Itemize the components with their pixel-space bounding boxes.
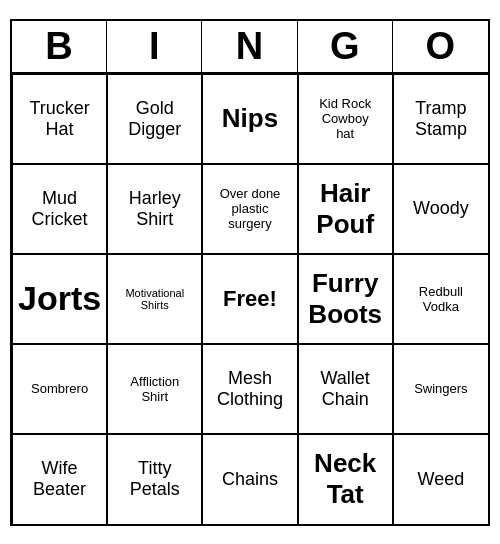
cell-text: Neck Tat	[314, 448, 376, 510]
bingo-card: BINGO Trucker HatGold DiggerNipsKid Rock…	[10, 19, 490, 526]
cell-text: Jorts	[18, 279, 101, 318]
bingo-grid: Trucker HatGold DiggerNipsKid Rock Cowbo…	[12, 74, 488, 524]
cell-text: Trucker Hat	[29, 98, 89, 140]
cell-text: Wife Beater	[33, 458, 86, 500]
bingo-cell: Weed	[393, 434, 488, 524]
cell-text: Tramp Stamp	[415, 98, 467, 140]
cell-text: Wallet Chain	[321, 368, 370, 410]
bingo-cell: Over done plastic surgery	[202, 164, 297, 254]
cell-text: Woody	[413, 198, 469, 219]
cell-text: Affliction Shirt	[130, 374, 179, 404]
bingo-cell: Wallet Chain	[298, 344, 393, 434]
cell-text: Free!	[223, 286, 277, 312]
bingo-cell: Jorts	[12, 254, 107, 344]
cell-text: Furry Boots	[308, 268, 382, 330]
bingo-cell: Hair Pouf	[298, 164, 393, 254]
cell-text: Chains	[222, 469, 278, 490]
bingo-cell: Furry Boots	[298, 254, 393, 344]
cell-text: Sombrero	[31, 381, 88, 396]
bingo-cell: Free!	[202, 254, 297, 344]
bingo-cell: Affliction Shirt	[107, 344, 202, 434]
bingo-header: BINGO	[12, 21, 488, 74]
bingo-cell: Trucker Hat	[12, 74, 107, 164]
header-letter: G	[298, 21, 393, 72]
cell-text: Swingers	[414, 381, 467, 396]
bingo-cell: Motivational Shirts	[107, 254, 202, 344]
cell-text: Harley Shirt	[129, 188, 181, 230]
bingo-cell: Kid Rock Cowboy hat	[298, 74, 393, 164]
bingo-cell: Sombrero	[12, 344, 107, 434]
header-letter: I	[107, 21, 202, 72]
cell-text: Mud Cricket	[32, 188, 88, 230]
cell-text: Over done plastic surgery	[220, 186, 281, 231]
cell-text: Weed	[418, 469, 465, 490]
bingo-cell: Swingers	[393, 344, 488, 434]
cell-text: Redbull Vodka	[419, 284, 463, 314]
bingo-cell: Nips	[202, 74, 297, 164]
header-letter: B	[12, 21, 107, 72]
bingo-cell: Redbull Vodka	[393, 254, 488, 344]
cell-text: Gold Digger	[128, 98, 181, 140]
header-letter: N	[202, 21, 297, 72]
cell-text: Titty Petals	[130, 458, 180, 500]
header-letter: O	[393, 21, 488, 72]
cell-text: Hair Pouf	[316, 178, 374, 240]
bingo-cell: Mud Cricket	[12, 164, 107, 254]
cell-text: Mesh Clothing	[217, 368, 283, 410]
bingo-cell: Wife Beater	[12, 434, 107, 524]
bingo-cell: Harley Shirt	[107, 164, 202, 254]
bingo-cell: Neck Tat	[298, 434, 393, 524]
bingo-cell: Mesh Clothing	[202, 344, 297, 434]
cell-text: Motivational Shirts	[125, 287, 184, 311]
bingo-cell: Chains	[202, 434, 297, 524]
cell-text: Kid Rock Cowboy hat	[319, 96, 371, 141]
cell-text: Nips	[222, 103, 278, 134]
bingo-cell: Tramp Stamp	[393, 74, 488, 164]
bingo-cell: Titty Petals	[107, 434, 202, 524]
bingo-cell: Woody	[393, 164, 488, 254]
bingo-cell: Gold Digger	[107, 74, 202, 164]
